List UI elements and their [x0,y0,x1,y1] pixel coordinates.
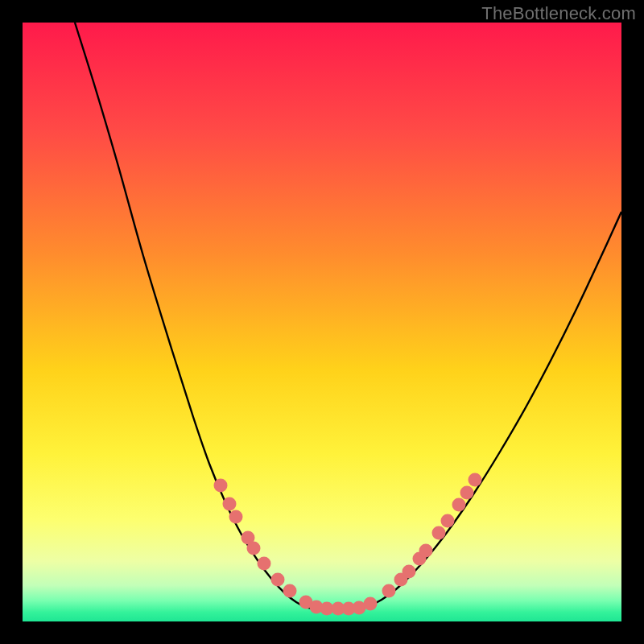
curve-marker [419,544,433,558]
curve-marker [469,473,482,487]
curve-marker [271,573,285,587]
curve-marker [229,510,243,524]
curve-marker [258,557,271,571]
curve-marker [364,597,378,611]
curve-marker [460,486,474,500]
plot-frame [23,23,621,621]
curve-marker [402,565,416,579]
curve-marker [432,526,446,540]
curve-marker [247,542,261,555]
curve-marker [283,584,297,598]
watermark-text: TheBottleneck.com [481,3,636,24]
curve-line [75,23,621,609]
bottleneck-curve [23,23,621,621]
curve-marker [441,514,455,528]
curve-marker [382,584,396,598]
curve-marker [214,479,228,493]
curve-markers [214,473,482,616]
curve-marker [223,497,237,511]
curve-marker [452,498,466,512]
